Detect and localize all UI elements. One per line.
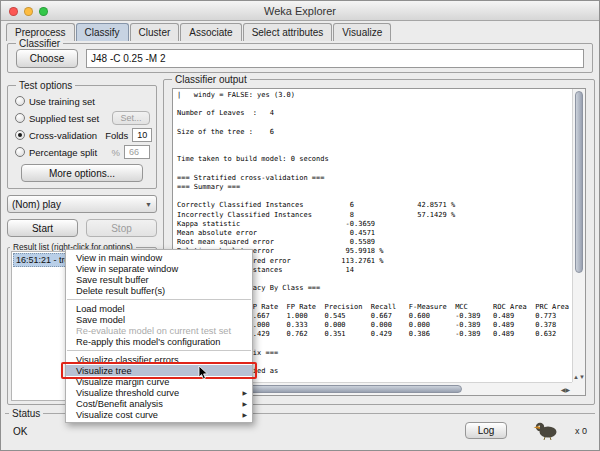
menu-item-visualize-threshold-curve[interactable]: Visualize threshold curve ▶ <box>66 387 252 398</box>
classifier-scheme-field[interactable]: J48 -C 0.25 -M 2 <box>86 49 584 68</box>
set-test-set-button[interactable]: Set... <box>112 111 150 125</box>
tab-bar: Preprocess Classify Cluster Associate Se… <box>6 22 594 41</box>
window-title: Weka Explorer <box>264 5 336 17</box>
menu-item-label: Visualize margin curve <box>76 377 169 387</box>
menu-item-visualize-margin-curve[interactable]: Visualize margin curve <box>66 376 252 387</box>
classifier-output-group-label: Classifier output <box>172 74 250 85</box>
menu-item-label: Load model <box>76 304 125 314</box>
vertical-scrollbar[interactable]: ▲▼ <box>572 89 585 382</box>
menu-item-reevaluate-model[interactable]: Re-evaluate model on current test set <box>66 325 252 336</box>
menu-item-label: Save result buffer <box>76 275 149 285</box>
menu-item-reapply-configuration[interactable]: Re-apply this model's configuration <box>66 336 252 347</box>
cross-validation-label: Cross-validation <box>29 130 97 141</box>
menu-item-label: Save model <box>76 315 125 325</box>
tab-select-attributes[interactable]: Select attributes <box>243 23 333 41</box>
option-percentage-split: Percentage split % 66 <box>15 145 150 159</box>
folds-label: Folds <box>105 130 128 141</box>
supplied-test-set-label: Supplied test set <box>29 113 99 124</box>
percent-input[interactable]: 66 <box>124 145 150 159</box>
folds-input[interactable]: 10 <box>132 128 152 142</box>
menu-item-label: Visualize classifier errors <box>76 355 179 365</box>
test-options-group: Test options Use training set Supplied t… <box>7 85 157 189</box>
menu-separator <box>67 350 251 351</box>
menu-item-cost-benefit-analysis[interactable]: Cost/Benefit analysis ▶ <box>66 398 252 409</box>
weka-run-counter: x 0 <box>575 426 587 436</box>
menu-item-label: Re-apply this model's configuration <box>76 337 220 347</box>
mouse-cursor-icon <box>198 366 209 380</box>
title-bar: Weka Explorer <box>1 1 599 21</box>
menu-item-visualize-tree[interactable]: Visualize tree <box>66 365 252 376</box>
tab-cluster[interactable]: Cluster <box>130 23 180 41</box>
log-button[interactable]: Log <box>465 422 507 439</box>
option-supplied-test-set: Supplied test set Set... <box>15 111 150 125</box>
menu-item-label: Visualize tree <box>76 366 132 376</box>
menu-item-label: Re-evaluate model on current test set <box>76 326 231 336</box>
choose-button[interactable]: Choose <box>16 49 78 68</box>
window-controls <box>9 7 48 16</box>
menu-item-label: Delete result buffer(s) <box>76 286 165 296</box>
tab-associate[interactable]: Associate <box>180 23 241 41</box>
menu-item-visualize-classifier-errors[interactable]: Visualize classifier errors <box>66 354 252 365</box>
menu-item-label: Visualize threshold curve <box>76 388 179 398</box>
more-options-button[interactable]: More options... <box>21 164 143 182</box>
tab-visualize[interactable]: Visualize <box>333 23 391 41</box>
scroll-up-down-icon[interactable]: ▲▼ <box>573 374 585 381</box>
supplied-test-set-radio[interactable] <box>15 113 25 123</box>
menu-item-view-in-main-window[interactable]: View in main window <box>66 252 252 263</box>
context-menu: View in main window View in separate win… <box>65 249 253 423</box>
status-label: Status <box>9 408 43 419</box>
menu-item-label: Cost/Benefit analysis <box>76 399 163 409</box>
cross-validation-radio[interactable] <box>15 130 25 140</box>
test-options-group-label: Test options <box>16 80 75 91</box>
percentage-split-radio[interactable] <box>15 147 25 157</box>
option-use-training-set: Use training set <box>15 94 150 108</box>
menu-item-view-in-separate-window[interactable]: View in separate window <box>66 263 252 274</box>
minimize-window-icon[interactable] <box>24 7 33 16</box>
menu-item-save-result-buffer[interactable]: Save result buffer <box>66 274 252 285</box>
zoom-window-icon[interactable] <box>39 7 48 16</box>
start-button[interactable]: Start <box>7 219 78 237</box>
menu-item-visualize-cost-curve[interactable]: Visualize cost curve ▶ <box>66 409 252 420</box>
close-window-icon[interactable] <box>9 7 18 16</box>
combo-arrow-icon: ▼ <box>145 201 152 208</box>
option-cross-validation: Cross-validation Folds 10 <box>15 128 150 142</box>
status-value: OK <box>13 426 27 437</box>
vertical-scrollbar-thumb[interactable] <box>575 91 583 273</box>
submenu-arrow-icon: ▶ <box>242 400 247 407</box>
percent-label: % <box>112 147 120 158</box>
class-attribute-value: (Nom) play <box>12 199 61 210</box>
menu-item-label: View in main window <box>76 253 162 263</box>
menu-item-load-model[interactable]: Load model <box>66 303 252 314</box>
weka-explorer-window: Weka Explorer Preprocess Classify Cluste… <box>0 0 600 451</box>
scrollbar-corner <box>572 382 585 395</box>
submenu-arrow-icon: ▶ <box>242 389 247 396</box>
menu-item-save-model[interactable]: Save model <box>66 314 252 325</box>
scroll-left-right-icon[interactable]: ◀▶ <box>561 386 570 393</box>
tab-classify[interactable]: Classify <box>76 23 129 41</box>
menu-item-label: View in separate window <box>76 264 178 274</box>
stop-button[interactable]: Stop <box>86 219 157 237</box>
use-training-set-label: Use training set <box>29 96 95 107</box>
weka-bird-icon <box>533 420 559 440</box>
class-attribute-combo[interactable]: (Nom) play ▼ <box>7 195 157 213</box>
menu-separator <box>67 299 251 300</box>
submenu-arrow-icon: ▶ <box>242 411 247 418</box>
percentage-split-label: Percentage split <box>29 147 97 158</box>
classifier-group: Classifier Choose J48 -C 0.25 -M 2 <box>7 43 593 73</box>
menu-item-label: Visualize cost curve <box>76 410 158 420</box>
classifier-group-label: Classifier <box>16 38 63 49</box>
use-training-set-radio[interactable] <box>15 96 25 106</box>
menu-item-delete-result-buffer[interactable]: Delete result buffer(s) <box>66 285 252 296</box>
